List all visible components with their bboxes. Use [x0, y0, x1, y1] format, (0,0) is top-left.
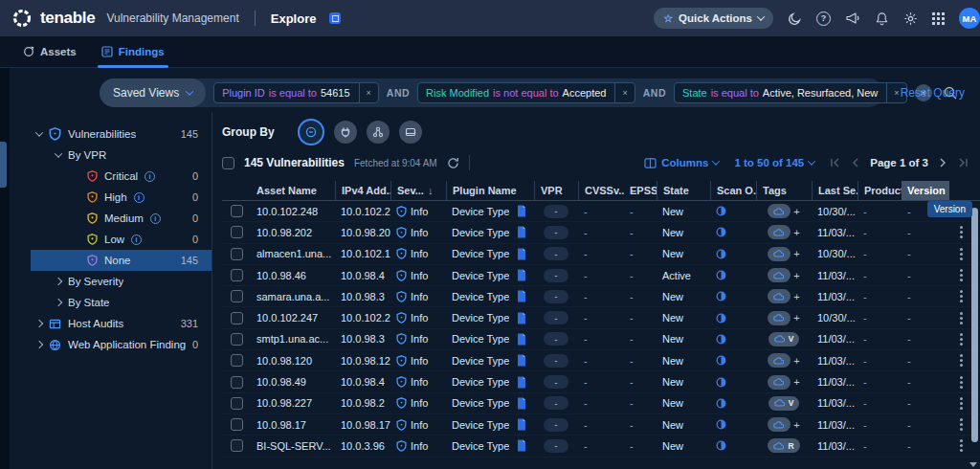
- info-icon[interactable]: [145, 171, 155, 182]
- filter-chip[interactable]: Plugin ID is equal to 54615: [213, 82, 379, 103]
- tag-pill[interactable]: [768, 268, 791, 282]
- sidebar-item[interactable]: By VPR: [31, 145, 212, 166]
- table-row[interactable]: 10.0.98.46 10.0.98.4 Info Device Type - …: [222, 265, 980, 286]
- chevron-icon[interactable]: [35, 128, 43, 136]
- column-header-last-seen[interactable]: Last Se...: [812, 181, 858, 200]
- info-icon[interactable]: [134, 192, 145, 203]
- table-row[interactable]: samara.una.a... 10.0.98.3 Info Device Ty…: [222, 286, 980, 307]
- row-checkbox[interactable]: [231, 333, 243, 346]
- column-header-ipv4[interactable]: IPv4 Add...: [335, 181, 390, 200]
- row-menu-icon[interactable]: [960, 269, 963, 281]
- table-row[interactable]: 10.0.102.247 10.0.102.2 Info Device Type…: [222, 307, 980, 328]
- column-header-asset-name[interactable]: Asset Name: [251, 181, 335, 200]
- tag-add-button[interactable]: +: [793, 419, 799, 431]
- tag-add-button[interactable]: +: [793, 291, 799, 302]
- sidebar-item[interactable]: None 145: [31, 250, 212, 271]
- column-header-version[interactable]: Version↔: [902, 181, 949, 200]
- group-by-none-button[interactable]: [300, 121, 323, 144]
- tag-add-button[interactable]: +: [793, 248, 799, 259]
- rows-range-dropdown[interactable]: 1 to 50 of 145: [734, 157, 814, 168]
- cell-plugin-output[interactable]: [509, 439, 534, 452]
- filter-query-bar[interactable]: Saved Views Plugin ID is equal to 54615 …: [100, 78, 883, 107]
- first-page-button[interactable]: [830, 158, 840, 168]
- chevron-icon[interactable]: [55, 299, 62, 306]
- tag-pill[interactable]: [768, 247, 791, 261]
- row-menu-icon[interactable]: [960, 333, 963, 346]
- cell-plugin-output[interactable]: [509, 312, 534, 324]
- table-row[interactable]: 10.0.98.17 10.0.98.17 Info Device Type -…: [222, 414, 980, 436]
- tag-pill[interactable]: R: [768, 438, 799, 453]
- cell-asset-name[interactable]: smtp1.una.ac...: [251, 333, 335, 345]
- sidebar-item[interactable]: Low 0: [31, 229, 212, 250]
- group-by-webapp-button[interactable]: [399, 121, 422, 144]
- row-menu-icon[interactable]: [960, 376, 963, 389]
- tag-pill[interactable]: [768, 417, 791, 432]
- sidebar-item[interactable]: Critical 0: [31, 166, 212, 187]
- tag-pill[interactable]: [768, 225, 791, 239]
- table-row[interactable]: 10.0.98.227 10.0.98.2 Info Device Type -…: [222, 393, 980, 414]
- sidebar-item[interactable]: By Severity: [31, 271, 212, 292]
- table-row[interactable]: 10.0.98.49 10.0.98.4 Info Device Type - …: [222, 371, 980, 392]
- row-checkbox[interactable]: [231, 312, 243, 324]
- cell-asset-name[interactable]: samara.una.a...: [251, 291, 335, 302]
- cell-plugin-output[interactable]: [509, 248, 534, 260]
- cell-plugin-output[interactable]: [509, 418, 534, 431]
- sort-desc-icon[interactable]: ↓: [428, 185, 434, 196]
- chevron-icon[interactable]: [35, 320, 43, 327]
- tag-pill[interactable]: [768, 375, 791, 390]
- row-menu-icon[interactable]: [960, 418, 963, 431]
- sidebar-item[interactable]: By State: [31, 292, 212, 313]
- saved-views-button[interactable]: Saved Views: [100, 78, 206, 107]
- scroll-down-icon[interactable]: [969, 462, 977, 467]
- sidebar-item[interactable]: High 0: [31, 187, 212, 208]
- vertical-scrollbar-thumb[interactable]: [971, 208, 978, 442]
- tag-pill[interactable]: V: [768, 396, 800, 411]
- column-header-product[interactable]: Product: [858, 181, 902, 200]
- tag-add-button[interactable]: +: [793, 227, 799, 238]
- chevron-icon[interactable]: [55, 149, 62, 157]
- reset-query-link[interactable]: Reset Query: [901, 86, 965, 100]
- row-checkbox[interactable]: [231, 418, 243, 431]
- last-page-button[interactable]: [958, 158, 969, 168]
- column-header-tags[interactable]: Tags: [756, 181, 812, 200]
- column-header-state[interactable]: State: [657, 181, 710, 200]
- cell-plugin-output[interactable]: [509, 376, 534, 389]
- column-header-epss[interactable]: EPSS: [624, 181, 657, 200]
- columns-dropdown[interactable]: Columns: [644, 157, 719, 168]
- workspace-switch-icon[interactable]: [329, 12, 341, 24]
- row-checkbox[interactable]: [231, 439, 243, 452]
- cell-asset-name[interactable]: BI-SQL-SERV...: [251, 440, 335, 452]
- cell-asset-name[interactable]: 10.0.98.120: [251, 355, 335, 367]
- info-icon[interactable]: [150, 213, 161, 224]
- announcements-button[interactable]: [845, 11, 860, 25]
- chevron-icon[interactable]: [35, 341, 43, 348]
- info-icon[interactable]: [131, 234, 142, 245]
- row-menu-icon[interactable]: [960, 290, 963, 302]
- cell-plugin-output[interactable]: [509, 226, 534, 238]
- cell-plugin-output[interactable]: [509, 290, 534, 302]
- sidebar-item[interactable]: Medium 0: [31, 208, 212, 229]
- cell-plugin-output[interactable]: [509, 397, 534, 410]
- refresh-button[interactable]: [447, 157, 459, 169]
- table-row[interactable]: smtp1.una.ac... 10.0.98.3 Info Device Ty…: [222, 329, 980, 350]
- row-menu-icon[interactable]: [960, 248, 963, 260]
- cell-asset-name[interactable]: 10.0.98.49: [251, 376, 335, 388]
- sidebar-item[interactable]: Web Application Findings 0: [31, 334, 212, 355]
- row-checkbox[interactable]: [231, 205, 243, 217]
- filter-chip-remove-button[interactable]: [614, 83, 634, 102]
- tag-pill[interactable]: [768, 289, 791, 303]
- apps-menu-button[interactable]: [932, 12, 945, 25]
- row-menu-icon[interactable]: [960, 354, 963, 367]
- chevron-icon[interactable]: [55, 278, 62, 285]
- next-page-button[interactable]: [940, 158, 947, 168]
- filter-chip[interactable]: Risk Modified is not equal to Accepted: [417, 82, 635, 103]
- cell-asset-name[interactable]: 10.0.98.46: [251, 270, 335, 281]
- tab-findings[interactable]: Findings: [101, 36, 165, 67]
- table-row[interactable]: BI-SQL-SERV... 10.0.3.96 Info Device Typ…: [222, 436, 980, 457]
- column-header-vpr[interactable]: VPR: [534, 181, 578, 200]
- tag-pill[interactable]: [768, 311, 791, 325]
- column-header-cvssv3[interactable]: CVSSv...: [578, 181, 624, 200]
- tag-add-button[interactable]: +: [793, 206, 799, 217]
- cell-plugin-output[interactable]: [509, 269, 534, 281]
- cell-asset-name[interactable]: 10.0.102.247: [251, 312, 335, 324]
